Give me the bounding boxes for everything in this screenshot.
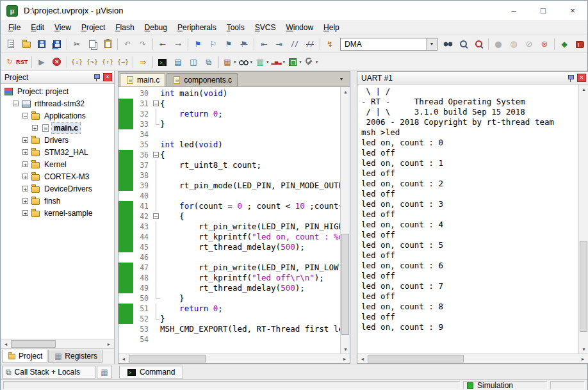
tree-item-drivers[interactable]: +Drivers [1, 134, 114, 146]
paste-button[interactable] [100, 37, 115, 51]
serial-windows-button[interactable]: ▥▾ [254, 54, 270, 69]
tab-project[interactable]: Project [2, 350, 47, 363]
editor-vscrollbar[interactable] [340, 87, 350, 353]
scroll-up-icon[interactable] [579, 85, 588, 93]
code-text[interactable]: for(count = 0 ; count < 10 ;count++) [160, 201, 340, 211]
disassembly-window-button[interactable]: ▤ [170, 54, 186, 69]
breakpoint-kill-all-button[interactable]: ⊗ [537, 37, 552, 51]
scroll-left-icon[interactable] [357, 354, 368, 363]
find-button[interactable] [455, 37, 471, 51]
reset-button[interactable]: ↻RST [3, 54, 29, 69]
code-text[interactable]: MSH_CMD_EXPORT(led, RT-Thread first led … [160, 324, 340, 334]
code-text[interactable]: rt_uint8_t count; [160, 160, 340, 170]
menu-project[interactable]: Project [76, 22, 110, 34]
command-window-button[interactable]: >_ [155, 54, 170, 69]
code-area[interactable]: 30int main(void)31−{32 return 0;33}3435i… [118, 87, 340, 353]
undo-button[interactable]: ↶ [120, 37, 135, 51]
scroll-thumb[interactable] [11, 340, 56, 348]
tree-item-kernel[interactable]: +Kernel [1, 158, 114, 170]
menu-peripherals[interactable]: Peripherals [172, 22, 222, 34]
tree-item-finsh[interactable]: +finsh [1, 195, 114, 207]
scroll-track[interactable] [129, 354, 339, 364]
scroll-thumb[interactable] [129, 355, 206, 362]
fold-collapse-icon[interactable]: − [153, 152, 159, 158]
tab-registers[interactable]: ▦Registers [48, 350, 102, 363]
minimize-button[interactable]: – [499, 1, 528, 21]
incremental-find-button[interactable] [471, 37, 486, 51]
step-into-button[interactable]: {↓} [69, 54, 85, 69]
breakpoint-disable-all-button[interactable]: ⊘ [521, 37, 537, 51]
navigate-forward-button[interactable]: → [170, 37, 186, 51]
close-icon[interactable] [577, 74, 586, 82]
step-over-button[interactable]: {↷} [85, 54, 100, 69]
copy-button[interactable] [85, 37, 100, 51]
tree-item-cortex-m3[interactable]: +CORTEX-M3 [1, 170, 114, 183]
tree-item-devicedrivers[interactable]: +DeviceDrivers [1, 183, 114, 195]
save-button[interactable] [34, 37, 49, 51]
project-hscrollbar[interactable] [1, 339, 114, 348]
code-text[interactable] [160, 334, 340, 345]
code-text[interactable] [160, 191, 340, 201]
editor-tab-main-c[interactable]: main.c [120, 73, 165, 86]
menu-flash[interactable]: Flash [110, 22, 139, 34]
bookmark-toggle-button[interactable]: ⚑ [190, 37, 206, 51]
pin-icon[interactable] [93, 73, 101, 82]
code-text[interactable]: rt_pin_write(LED_PIN, PIN_LOW); [160, 263, 340, 273]
code-text[interactable]: { [160, 150, 340, 160]
scroll-right-icon[interactable] [104, 339, 114, 348]
scroll-track[interactable] [11, 339, 104, 349]
code-text[interactable]: } [160, 314, 340, 324]
scroll-thumb[interactable] [368, 355, 464, 362]
code-text[interactable]: } [160, 119, 340, 129]
breakpoint-insert-button[interactable]: ● [491, 37, 506, 51]
command-tab[interactable]: > Command [119, 366, 183, 378]
code-text[interactable]: return 0; [160, 304, 340, 314]
tree-item-main-c[interactable]: +main.c [1, 122, 114, 134]
outdent-button[interactable]: ⇤ [256, 37, 272, 51]
manage-rte-button[interactable]: ◆ [557, 37, 572, 51]
chevron-down-icon[interactable]: ▼ [426, 38, 437, 50]
uncomment-button[interactable]: // [302, 37, 318, 51]
stop-button[interactable]: ✕ [49, 54, 65, 69]
expander-plus-icon[interactable]: + [22, 210, 28, 216]
help-button[interactable] [572, 37, 587, 51]
memory-windows-button[interactable]: ▦▾ [221, 54, 238, 69]
run-to-cursor-button[interactable]: {→} [115, 54, 131, 69]
system-viewer-button[interactable]: ▾ [286, 54, 303, 69]
redo-button[interactable]: ↷ [135, 37, 151, 51]
tree-item-stm32-hal[interactable]: +STM32_HAL [1, 146, 114, 158]
run-button[interactable]: ▶ [34, 54, 49, 69]
expander-plus-icon[interactable]: + [22, 174, 28, 179]
menu-debug[interactable]: Debug [140, 22, 172, 34]
expander-plus-icon[interactable]: + [22, 161, 28, 167]
code-text[interactable]: rt_thread_mdelay(500); [160, 242, 340, 252]
new-file-button[interactable] [3, 37, 19, 51]
symbols-window-button[interactable]: ◫ [186, 54, 201, 69]
expander-plus-icon[interactable]: + [22, 186, 28, 191]
open-button[interactable] [19, 37, 34, 51]
code-text[interactable]: rt_pin_mode(LED_PIN, PIN_MODE_OUTPUT); [160, 181, 340, 191]
scroll-down-icon[interactable] [341, 345, 350, 353]
scroll-track[interactable] [368, 354, 578, 364]
close-button[interactable]: × [558, 1, 587, 21]
analysis-windows-button[interactable]: ▂▅▃▾ [270, 54, 286, 69]
memory-dock-button[interactable]: ▦ [97, 366, 112, 378]
code-text[interactable]: { [160, 211, 340, 222]
expander-minus-icon[interactable]: − [13, 101, 19, 106]
expander-plus-icon[interactable]: + [32, 125, 38, 131]
tree-item-applications[interactable]: −Applications [1, 110, 114, 122]
bookmark-clear-button[interactable]: ⚑ [236, 37, 252, 51]
menu-window[interactable]: Window [281, 22, 318, 34]
expander-plus-icon[interactable]: + [22, 149, 28, 155]
code-text[interactable]: int main(void) [160, 88, 340, 99]
code-text[interactable]: rt_kprintf("led on, count : %d\r\n", cou… [160, 232, 340, 242]
step-out-button[interactable]: {↑} [100, 54, 115, 69]
tab-list-button[interactable]: ▼ [336, 74, 347, 85]
editor-hscrollbar[interactable] [118, 353, 350, 363]
menu-help[interactable]: Help [318, 22, 345, 34]
scroll-left-icon[interactable] [118, 354, 129, 363]
find-in-files-button[interactable] [440, 37, 455, 51]
scroll-thumb[interactable] [580, 241, 587, 332]
code-text[interactable]: rt_kprintf("led off\r\n"); [160, 273, 340, 283]
scroll-right-icon[interactable] [578, 354, 588, 363]
